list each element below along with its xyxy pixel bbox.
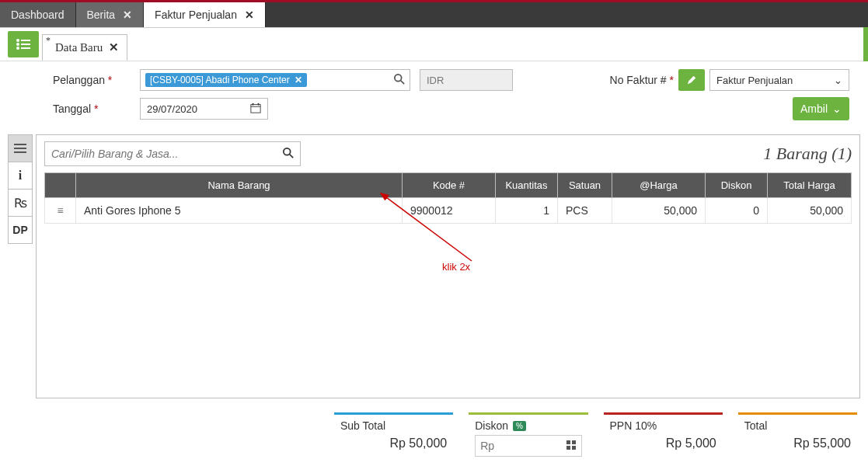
chevron-down-icon: ⌄ bbox=[832, 103, 842, 115]
item-search[interactable] bbox=[44, 141, 301, 166]
item-count: 1 Barang (1) bbox=[763, 144, 852, 164]
sub-tab-data-baru[interactable]: * Data Baru ✕ bbox=[42, 34, 127, 61]
cell-diskon[interactable]: 0 bbox=[706, 198, 768, 224]
keypad-icon[interactable] bbox=[566, 440, 577, 453]
svg-line-16 bbox=[290, 154, 293, 157]
unsaved-indicator: * bbox=[46, 35, 51, 47]
tanggal-label: Tanggal * bbox=[53, 103, 140, 115]
vtab-currency[interactable]: ₨ bbox=[8, 189, 33, 217]
no-faktur-type-value: Faktur Penjualan bbox=[716, 75, 793, 86]
item-search-input[interactable] bbox=[51, 148, 269, 160]
total-grand-label: Total bbox=[744, 419, 851, 432]
lines-icon bbox=[14, 143, 26, 154]
row-handle-icon[interactable]: ≡ bbox=[45, 198, 76, 224]
sub-bar: * Data Baru ✕ bbox=[0, 27, 868, 61]
svg-rect-5 bbox=[21, 47, 30, 49]
svg-point-6 bbox=[395, 74, 402, 81]
main-tabs: Dashboard Berita✕ Faktur Penjualan✕ bbox=[0, 0, 868, 27]
tab-berita-close-icon[interactable]: ✕ bbox=[123, 9, 132, 21]
table-row[interactable]: ≡ Anti Gores Iphone 5 9900012 1 PCS 50,0… bbox=[45, 198, 852, 224]
svg-point-15 bbox=[284, 148, 291, 155]
total-ppn-value: Rp 5,000 bbox=[610, 436, 716, 450]
vertical-tabs: i ₨ DP bbox=[8, 134, 33, 398]
svg-rect-3 bbox=[21, 43, 30, 45]
ambil-button[interactable]: Ambil⌄ bbox=[793, 97, 849, 120]
right-panel-handle[interactable] bbox=[863, 27, 868, 61]
cell-harga[interactable]: 50,000 bbox=[612, 198, 706, 224]
tab-faktur-penjualan[interactable]: Faktur Penjualan✕ bbox=[144, 2, 266, 27]
total-diskon-label: Diskon bbox=[475, 419, 508, 432]
currency-icon: ₨ bbox=[14, 196, 27, 210]
pencil-icon bbox=[686, 75, 697, 85]
no-faktur-label: No Faktur # * bbox=[610, 74, 674, 86]
edit-no-faktur-button[interactable] bbox=[678, 69, 705, 91]
total-grand: Total Rp 55,000 bbox=[738, 412, 857, 461]
search-icon[interactable] bbox=[283, 148, 294, 161]
pelanggan-chip: [CSBY-0005] Abadi Phone Center✕ bbox=[145, 73, 307, 87]
percent-badge[interactable]: % bbox=[513, 421, 526, 431]
svg-rect-12 bbox=[14, 144, 26, 145]
col-kode: Kode # bbox=[403, 173, 496, 198]
totals-bar: Sub Total Rp 50,000 Diskon% PPN 10% Rp 5… bbox=[0, 398, 868, 472]
tab-faktur-close-icon[interactable]: ✕ bbox=[245, 9, 254, 21]
pelanggan-input[interactable]: [CSBY-0005] Abadi Phone Center✕ bbox=[140, 69, 410, 91]
diskon-input[interactable] bbox=[480, 440, 554, 452]
pelanggan-search-icon[interactable] bbox=[394, 74, 405, 87]
tanggal-value: 29/07/2020 bbox=[147, 103, 197, 115]
cell-kuantitas[interactable]: 1 bbox=[496, 198, 558, 224]
svg-rect-8 bbox=[251, 104, 260, 113]
col-nama: Nama Barang bbox=[76, 173, 403, 198]
vtab-info[interactable]: i bbox=[8, 162, 33, 190]
total-sub-label: Sub Total bbox=[340, 419, 447, 432]
total-grand-value: Rp 55,000 bbox=[744, 436, 851, 450]
tab-dashboard-label: Dashboard bbox=[11, 9, 64, 21]
items-table: Nama Barang Kode # Kuantitas Satuan @Har… bbox=[44, 172, 852, 224]
cell-total[interactable]: 50,000 bbox=[768, 198, 852, 224]
info-icon: i bbox=[19, 169, 22, 183]
vtab-dp[interactable]: DP bbox=[8, 216, 33, 244]
svg-line-7 bbox=[401, 80, 404, 83]
col-handle bbox=[45, 173, 76, 198]
svg-rect-13 bbox=[14, 148, 26, 149]
tab-dashboard[interactable]: Dashboard bbox=[0, 2, 76, 27]
svg-point-0 bbox=[16, 39, 19, 42]
tanggal-input[interactable]: 29/07/2020 bbox=[140, 98, 268, 120]
cell-kode[interactable]: 9900012 bbox=[403, 198, 496, 224]
total-sub: Sub Total Rp 50,000 bbox=[334, 412, 453, 461]
svg-rect-1 bbox=[21, 40, 30, 41]
pelanggan-chip-remove-icon[interactable]: ✕ bbox=[295, 75, 302, 85]
list-menu-button[interactable] bbox=[8, 31, 39, 57]
svg-rect-20 bbox=[572, 440, 576, 444]
pelanggan-label: Pelanggan * bbox=[53, 74, 140, 86]
tab-berita[interactable]: Berita✕ bbox=[76, 2, 145, 27]
svg-point-4 bbox=[16, 47, 19, 50]
col-satuan: Satuan bbox=[558, 173, 612, 198]
no-faktur-type-select[interactable]: Faktur Penjualan ⌄ bbox=[709, 69, 849, 91]
currency-display: IDR bbox=[420, 69, 513, 91]
cell-nama[interactable]: Anti Gores Iphone 5 bbox=[76, 198, 403, 224]
total-ppn: PPN 10% Rp 5,000 bbox=[604, 412, 723, 461]
total-diskon: Diskon% bbox=[469, 412, 587, 461]
list-icon bbox=[16, 39, 30, 50]
cell-satuan[interactable]: PCS bbox=[558, 198, 612, 224]
tab-berita-label: Berita bbox=[87, 9, 116, 21]
svg-rect-19 bbox=[566, 440, 570, 444]
col-total: Total Harga bbox=[768, 173, 852, 198]
sub-tab-close-icon[interactable]: ✕ bbox=[109, 40, 119, 54]
tab-faktur-label: Faktur Penjualan bbox=[155, 9, 237, 21]
dp-label: DP bbox=[12, 224, 27, 236]
svg-rect-22 bbox=[572, 446, 576, 450]
form-zone: Pelanggan * [CSBY-0005] Abadi Phone Cent… bbox=[0, 61, 868, 134]
chevron-down-icon: ⌄ bbox=[834, 75, 842, 86]
total-ppn-label: PPN 10% bbox=[610, 419, 716, 432]
sub-tab-label: Data Baru bbox=[55, 41, 103, 54]
col-harga: @Harga bbox=[612, 173, 706, 198]
total-sub-value: Rp 50,000 bbox=[340, 436, 447, 450]
vtab-lines[interactable] bbox=[8, 134, 33, 162]
col-kuantitas: Kuantitas bbox=[496, 173, 558, 198]
items-panel: 1 Barang (1) Nama Barang Kode # Kuantita… bbox=[36, 134, 860, 398]
calendar-icon[interactable] bbox=[250, 103, 261, 116]
svg-point-2 bbox=[16, 43, 19, 46]
svg-rect-21 bbox=[566, 446, 570, 450]
svg-rect-14 bbox=[14, 151, 26, 153]
